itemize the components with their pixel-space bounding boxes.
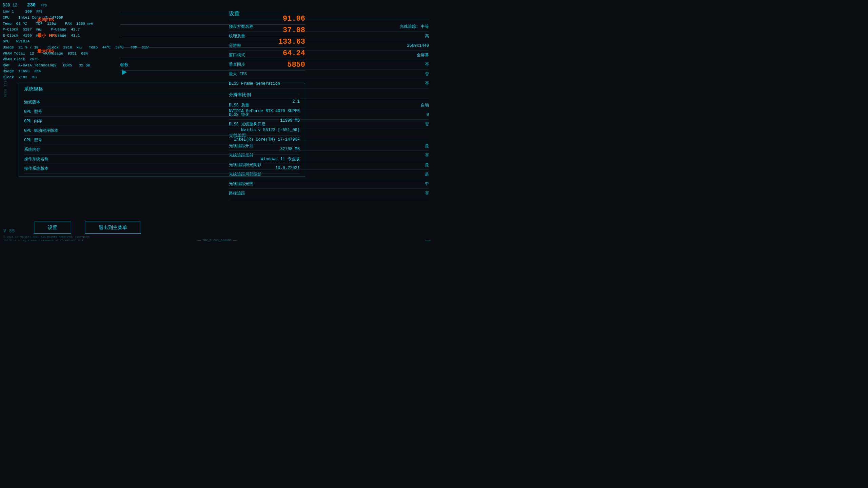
low1-fps-unit: FPS <box>36 10 42 14</box>
eclock-value: 4190 <box>23 34 32 38</box>
frames-label: 帧数 <box>120 62 287 68</box>
vram-total-val: 12 <box>29 52 34 56</box>
bottom-right-text: ▬▬▬ <box>425 239 431 242</box>
settings-val: 高 <box>425 33 429 39</box>
rt-val: 否 <box>425 152 429 158</box>
min-fps-value: 37.08 <box>278 26 305 35</box>
rt-val: 是 <box>425 143 429 149</box>
spec-val: Windows 11 专业版 <box>261 156 300 162</box>
vram-total-label: VRAM Total <box>3 52 25 56</box>
temp-value: 63 <box>16 22 21 26</box>
ram-type: DDR5 <box>63 63 72 67</box>
resolution-val: 否 <box>425 121 429 127</box>
avg-fps-label: 总均FPS <box>37 17 57 23</box>
gpu-usage-label: Usage <box>3 45 14 49</box>
ram-label: RAM <box>3 63 9 67</box>
ram-brand: A-DATA Technology <box>18 63 56 67</box>
rt-key: 光线追踪光照 <box>229 181 253 187</box>
frames-row: 帧数 5850 <box>120 59 305 71</box>
resolution-val: 0 <box>427 113 429 117</box>
gpu-temp1: 44 <box>102 45 107 49</box>
ram-clock-unit: MHz <box>32 76 37 79</box>
gpu-clock-unit: MHz <box>77 46 82 49</box>
cpu-label: CPU <box>3 16 9 20</box>
spec-val: Intel(R) Core(TM) i7-14790F <box>234 137 300 143</box>
bottom-buttons-area: 设置 退出到主菜单 <box>34 222 141 234</box>
vram-clock-val: 2675 <box>29 57 38 61</box>
fps-unit-d3d: FPS <box>41 4 47 7</box>
d3d-version: 12 <box>13 3 17 8</box>
resolution-val: 自动 <box>421 102 429 108</box>
spec-val: Nvidia v 55123 [r551_06] <box>241 128 300 134</box>
avg-fps-row: 91.06 <box>120 13 305 25</box>
settings-val: 否 <box>425 62 429 67</box>
spec-row: 操作系统名称Windows 11 专业版 <box>24 155 300 164</box>
specs-title: 系统规格 <box>24 86 300 94</box>
vram-usage-val: 8351 <box>67 52 76 56</box>
rt-val: 是 <box>425 171 429 177</box>
rt-val: 是 <box>425 162 429 168</box>
rt-val: 否 <box>425 190 429 196</box>
min-fps-label: 最小 FPS <box>37 33 57 39</box>
vram-clock-label: VRAM Clock <box>3 57 25 61</box>
gpu-usage-val: 21 <box>18 45 23 49</box>
spec-val: 32768 MB <box>280 147 300 152</box>
rt-key: 路径追踪 <box>229 190 245 196</box>
specs-rows: 游戏版本2.1GPU 型号NVIDIA GeForce RTX 4070 SUP… <box>24 98 300 174</box>
low1-value: 109 <box>25 9 32 14</box>
rt-val: 中 <box>425 181 429 187</box>
pclock-label: P-Clock <box>3 27 18 32</box>
exit-button[interactable]: 退出到主菜单 <box>85 222 141 234</box>
stat1-row: 64.24 <box>120 48 305 59</box>
ram-usage-val: 11693 <box>18 69 29 73</box>
low1-label: Low 1 <box>3 9 14 14</box>
fan-unit: RPM <box>87 22 93 26</box>
d3d-label: D3D <box>3 3 10 8</box>
fps-d3d-value: 230 <box>27 2 36 8</box>
spec-val: 11999 MB <box>280 118 300 124</box>
spec-key: 系统内存 <box>24 147 40 152</box>
stat1-value: 64.24 <box>278 49 305 58</box>
frames-value: 5850 <box>287 61 305 69</box>
min-fps-row: 37.08 <box>120 25 305 36</box>
settings-button[interactable]: 设置 <box>34 222 71 234</box>
ram-usage-pct: 35 <box>34 69 38 73</box>
settings-val: 否 <box>425 81 429 86</box>
eclock-label: E-Clock <box>3 34 18 38</box>
raytracing-row: 光线追踪光照中 <box>229 179 429 189</box>
ram-size: 32 GB <box>79 63 90 67</box>
stats-area: 91.06 37.08 133.63 64.24 帧数 5850 <box>120 13 305 71</box>
gpu-clock-val: 2910 <box>63 45 72 49</box>
spec-key: 游戏版本 <box>24 99 40 105</box>
spec-val: NVIDIA GeForce RTX 4070 SUPER <box>229 109 300 115</box>
avg-fps-value: 91.06 <box>278 15 305 23</box>
pclock-value: 5287 <box>23 27 32 32</box>
pusage-value: 42.7 <box>71 27 80 32</box>
settings-val: 否 <box>425 71 429 77</box>
settings-val: 全屏幕 <box>417 52 429 58</box>
spec-val: 10.0.22621 <box>275 166 300 171</box>
fan-value: 1269 <box>76 22 85 26</box>
hud-overlay: D3D 12 230 FPS Low 1 109 FPS CPU Intel C… <box>0 0 125 82</box>
spec-row: 系统内存32768 MB <box>24 145 300 155</box>
spec-key: GPU 型号 <box>24 109 42 115</box>
spec-row: 游戏版本2.1 <box>24 98 300 107</box>
ram-usage-label: Usage <box>3 69 14 73</box>
settings-key: 最大 FPS <box>229 71 247 77</box>
spec-key: GPU 驱动程序版本 <box>24 128 58 134</box>
eusage-value: 41.1 <box>71 34 80 38</box>
gpu-brand: NVIDIA <box>16 39 30 43</box>
specs-section: 系统规格 游戏版本2.1GPU 型号NVIDIA GeForce RTX 407… <box>19 83 305 177</box>
settings-val: 光线追踪: 中等 <box>400 24 429 29</box>
fan-label: FAN <box>65 22 72 26</box>
max-fps-value: 133.63 <box>278 38 305 46</box>
temp-label: Temp <box>3 22 12 26</box>
spec-row: GPU 驱动程序版本Nvidia v 55123 [r551_06] <box>24 126 300 136</box>
raytracing-row: 路径追踪否 <box>229 189 429 198</box>
ram-clock-label: Clock <box>3 75 14 79</box>
settings-row: 最大 FPS否 <box>229 69 429 79</box>
fps-labels-area: 总均FPS 最小 FPS 最大FPS <box>37 17 57 54</box>
spec-key: 操作系统名称 <box>24 156 48 162</box>
settings-val: 868x488 <box>407 43 429 48</box>
vram-usage-pct: 68 <box>81 52 85 56</box>
